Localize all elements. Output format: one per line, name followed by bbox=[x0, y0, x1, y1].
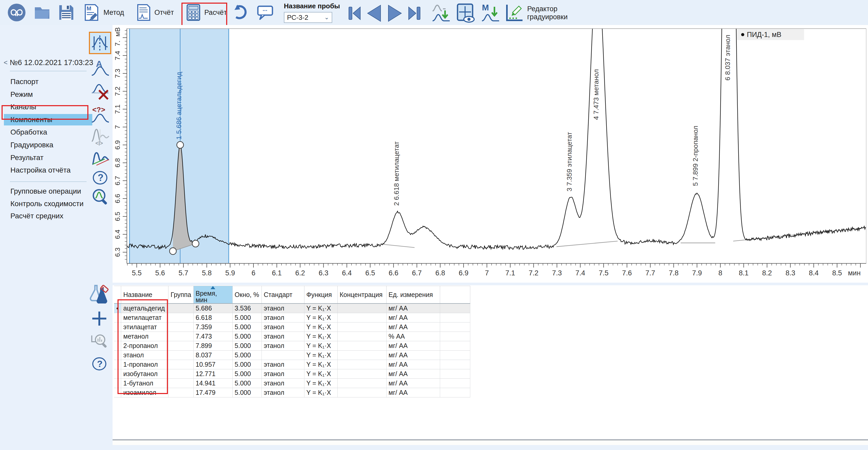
app-logo-icon[interactable] bbox=[7, 3, 26, 22]
row-selector-cell[interactable] bbox=[114, 322, 121, 332]
cell-название[interactable]: ацетальдегид bbox=[121, 304, 168, 313]
cell-концентрация[interactable] bbox=[337, 332, 386, 341]
cell-группа[interactable] bbox=[168, 360, 193, 369]
table-row[interactable]: метанол7.4735.000этанолY = K₁·X% АА bbox=[114, 332, 470, 341]
cell-стандарт[interactable]: этанол bbox=[261, 332, 304, 341]
sidebar-extra-item-1[interactable]: Контроль сходимости bbox=[10, 198, 86, 209]
cell-концентрация[interactable] bbox=[337, 341, 386, 350]
cell-окно-[interactable]: 5.000 bbox=[232, 313, 261, 322]
cell-название[interactable]: 1-бутанол bbox=[121, 379, 168, 388]
comment-button[interactable]: ... bbox=[256, 5, 274, 21]
cell-концентрация[interactable] bbox=[337, 369, 386, 379]
cell-название[interactable]: этанол bbox=[121, 350, 168, 360]
sidebar-item-1[interactable]: Режим bbox=[10, 89, 86, 100]
cell-группа[interactable] bbox=[168, 313, 193, 322]
row-selector-cell[interactable] bbox=[114, 360, 121, 369]
sidebar-item-6[interactable]: Результат bbox=[10, 152, 86, 164]
row-selector-cell[interactable] bbox=[114, 313, 121, 322]
cell-функция[interactable]: Y = K₁·X bbox=[304, 379, 337, 388]
sidebar-item-7[interactable]: Настройка отчёта bbox=[10, 165, 86, 176]
cell-ед-измерения[interactable]: мг/ АА bbox=[386, 360, 440, 369]
cell-стандарт[interactable]: этанол bbox=[261, 322, 304, 332]
row-selector-cell[interactable] bbox=[114, 388, 121, 397]
cell-время-мин[interactable]: 7.899 bbox=[193, 341, 232, 350]
column-header-2[interactable]: Время, мин bbox=[193, 286, 232, 304]
cell-ед-измерения[interactable]: мг/ АА bbox=[386, 304, 440, 313]
cell-название[interactable]: метилацетат bbox=[121, 313, 168, 322]
cell-время-мин[interactable]: 8.037 bbox=[193, 350, 232, 360]
last-sample-button[interactable] bbox=[407, 5, 422, 22]
cell-время-мин[interactable]: 10.957 bbox=[193, 360, 232, 369]
cell-название[interactable]: изоамилол bbox=[121, 388, 168, 397]
cell-концентрация[interactable] bbox=[337, 388, 386, 397]
cell-окно-[interactable]: 5.000 bbox=[232, 388, 261, 397]
zoom-peak-tool[interactable] bbox=[91, 188, 110, 207]
row-selector-cell[interactable] bbox=[114, 379, 121, 388]
chromatogram-chart[interactable]: 1 5.686 ацетальдегид2 6.618 метилацетат3… bbox=[113, 25, 868, 283]
cell-функция[interactable]: Y = K₁·X bbox=[304, 369, 337, 379]
cell-время-мин[interactable]: 6.618 bbox=[193, 313, 232, 322]
cell-функция[interactable]: Y = K₁·X bbox=[304, 341, 337, 350]
cell-ед-измерения[interactable]: мг/ АА bbox=[386, 313, 440, 322]
save-button[interactable] bbox=[58, 4, 74, 21]
cell-концентрация[interactable] bbox=[337, 360, 386, 369]
cell-ед-измерения[interactable]: мг/ АА bbox=[386, 369, 440, 379]
cell-окно-[interactable]: 5.000 bbox=[232, 341, 261, 350]
table-row[interactable]: изоамилол17.4795.000этанолY = K₁·Xмг/ АА bbox=[114, 388, 470, 397]
method-button[interactable]: M Метод bbox=[84, 4, 124, 21]
cell-ед-измерения[interactable]: % АА bbox=[386, 332, 440, 341]
report-button[interactable]: Отчёт bbox=[136, 4, 174, 21]
sidebar-item-0[interactable]: Паспорт bbox=[10, 76, 86, 87]
cell-стандарт[interactable] bbox=[261, 350, 304, 360]
peak-width-tool[interactable]: <|> bbox=[91, 127, 110, 146]
back-chevron-icon[interactable]: < bbox=[4, 59, 7, 67]
delete-peak-tool[interactable] bbox=[91, 82, 110, 101]
cell-стандарт[interactable]: этанол bbox=[261, 304, 304, 313]
column-header-0[interactable]: Название bbox=[121, 286, 168, 304]
cell-группа[interactable] bbox=[168, 369, 193, 379]
first-sample-button[interactable] bbox=[347, 5, 362, 22]
table-row[interactable]: этилацетат7.3595.000этанолY = K₁·Xмг/ АА bbox=[114, 322, 470, 332]
cell-концентрация[interactable] bbox=[337, 322, 386, 332]
sidebar-extra-item-0[interactable]: Групповые операции bbox=[10, 186, 86, 197]
annotate-peak-tool[interactable]: A bbox=[91, 59, 110, 78]
cell-окно-[interactable]: 3.536 bbox=[232, 304, 261, 313]
open-file-button[interactable] bbox=[34, 4, 51, 21]
cell-стандарт[interactable]: этанол bbox=[261, 379, 304, 388]
sidebar-item-3[interactable]: Компоненты bbox=[4, 114, 92, 125]
cell-группа[interactable] bbox=[168, 322, 193, 332]
calibration-editor-button[interactable]: Редактор градуировки bbox=[504, 3, 568, 23]
apply-to-method-button[interactable]: M bbox=[481, 3, 501, 23]
cell-функция[interactable]: Y = K₁·X bbox=[304, 332, 337, 341]
cell-группа[interactable] bbox=[168, 388, 193, 397]
column-header-7[interactable]: Ед. измерения bbox=[386, 286, 440, 304]
cell-группа[interactable] bbox=[168, 341, 193, 350]
add-component-tool[interactable] bbox=[91, 310, 107, 327]
sidebar-item-5[interactable]: Градуировка bbox=[10, 139, 86, 151]
unknown-peak-tool[interactable]: <?> bbox=[91, 106, 110, 124]
peak-handle[interactable] bbox=[169, 248, 176, 255]
cell-концентрация[interactable] bbox=[337, 313, 386, 322]
cell-концентрация[interactable] bbox=[337, 379, 386, 388]
cell-время-мин[interactable]: 14.941 bbox=[193, 379, 232, 388]
cell-название[interactable]: 1-пропанол bbox=[121, 360, 168, 369]
cell-группа[interactable] bbox=[168, 304, 193, 313]
peak-handle[interactable] bbox=[192, 240, 199, 247]
sidebar-item-4[interactable]: Обработка bbox=[10, 126, 86, 138]
cell-окно-[interactable]: 5.000 bbox=[232, 322, 261, 332]
sidebar-extra-item-2[interactable]: Расчёт средних bbox=[10, 210, 86, 222]
cell-название[interactable]: метанол bbox=[121, 332, 168, 341]
cell-ед-измерения[interactable]: мг/ АА bbox=[386, 379, 440, 388]
cell-функция[interactable]: Y = K₁·X bbox=[304, 388, 337, 397]
cell-функция[interactable]: Y = K₁·X bbox=[304, 322, 337, 332]
cell-ед-измерения[interactable]: мг/ АА bbox=[386, 388, 440, 397]
help-button[interactable]: ? bbox=[92, 356, 107, 372]
cell-время-мин[interactable]: 7.473 bbox=[193, 332, 232, 341]
calculate-button[interactable]: Расчёт bbox=[186, 4, 227, 21]
cell-время-мин[interactable]: 17.479 bbox=[193, 388, 232, 397]
row-selector-cell[interactable] bbox=[114, 350, 121, 360]
cell-окно-[interactable]: 5.000 bbox=[232, 332, 261, 341]
cell-стандарт[interactable]: этанол bbox=[261, 388, 304, 397]
next-sample-button[interactable] bbox=[386, 4, 403, 22]
cell-ед-измерения[interactable]: мг/ АА bbox=[386, 341, 440, 350]
